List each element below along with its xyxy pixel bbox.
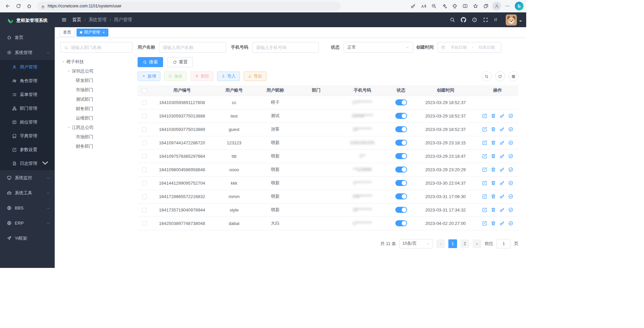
status-toggle[interactable] xyxy=(395,99,407,105)
status-select[interactable]: 正常 xyxy=(344,42,413,53)
tree-node-dept[interactable]: 市场部门 xyxy=(60,85,133,95)
prev-page-button[interactable]: ‹ xyxy=(436,239,445,248)
status-toggle[interactable] xyxy=(395,193,407,199)
sidebar-item-dict-mgmt[interactable]: 字典管理 xyxy=(0,129,55,143)
row-checkbox[interactable] xyxy=(142,194,147,199)
reset-password-icon[interactable] xyxy=(499,207,505,213)
end-date-placeholder[interactable]: 结束日期 xyxy=(476,45,498,50)
sidebar-item-yi-framework[interactable]: Yi框架 xyxy=(0,231,55,246)
tab-user-mgmt[interactable]: 用户管理 × xyxy=(77,29,108,37)
assign-role-icon[interactable] xyxy=(508,153,513,159)
caret-down-icon[interactable] xyxy=(67,69,71,73)
reset-password-icon[interactable] xyxy=(499,180,505,186)
sidebar-item-menu-mgmt[interactable]: 菜单管理 xyxy=(0,88,55,101)
row-checkbox[interactable] xyxy=(142,141,147,145)
tree-node-dept[interactable]: 研发部门 xyxy=(60,76,133,85)
assign-role-icon[interactable] xyxy=(508,113,513,119)
edit-button[interactable]: 修改 xyxy=(164,72,187,81)
reset-password-icon[interactable] xyxy=(499,221,505,226)
refresh-icon[interactable] xyxy=(13,1,23,11)
add-button[interactable]: 新增 xyxy=(138,72,160,81)
fullscreen-icon[interactable] xyxy=(481,15,491,25)
delete-icon[interactable] xyxy=(491,153,496,159)
address-bar[interactable]: https://ccnetcore.com:1101/system/user xyxy=(37,2,341,11)
favorites-icon[interactable] xyxy=(470,1,481,11)
sidebar-group-erp[interactable]: ERP xyxy=(0,216,55,231)
sidebar-group-system-monitor[interactable]: 系统监控 xyxy=(0,170,55,185)
delete-icon[interactable] xyxy=(491,140,496,145)
row-checkbox[interactable] xyxy=(142,208,147,213)
delete-icon[interactable] xyxy=(491,167,496,172)
date-range-picker[interactable]: 开始日期 - 结束日期 xyxy=(438,42,501,53)
reset-password-icon[interactable] xyxy=(499,127,505,132)
edit-icon[interactable] xyxy=(482,180,487,186)
export-button[interactable]: 导出 xyxy=(244,72,266,81)
edit-icon[interactable] xyxy=(482,140,487,145)
back-icon[interactable] xyxy=(3,1,13,11)
status-toggle[interactable] xyxy=(395,207,407,213)
delete-icon[interactable] xyxy=(491,113,496,119)
collapse-sidebar-icon[interactable] xyxy=(59,15,69,25)
tree-node-branch[interactable]: 深圳总公司 xyxy=(60,66,133,76)
shopping-icon[interactable] xyxy=(439,1,449,11)
delete-icon[interactable] xyxy=(491,180,496,186)
select-all-checkbox[interactable] xyxy=(142,88,147,93)
edit-icon[interactable] xyxy=(482,167,487,172)
tree-node-dept[interactable]: 市场部门 xyxy=(60,132,133,142)
row-checkbox[interactable] xyxy=(142,127,147,132)
edit-icon[interactable] xyxy=(482,194,487,199)
assign-role-icon[interactable] xyxy=(508,167,513,172)
sidebar-group-system-tools[interactable]: 系统工具 xyxy=(0,185,55,200)
reset-button[interactable]: 重置 xyxy=(167,57,193,67)
delete-icon[interactable] xyxy=(491,207,496,213)
reset-password-icon[interactable] xyxy=(499,153,505,159)
tree-node-dept[interactable]: 财务部门 xyxy=(60,104,133,113)
font-size-icon[interactable]: tT xyxy=(492,15,502,25)
sidebar-item-user-mgmt[interactable]: 用户管理 xyxy=(0,60,55,74)
bing-icon[interactable]: b xyxy=(515,2,524,10)
browser-menu-icon[interactable] xyxy=(502,1,512,11)
edit-icon[interactable] xyxy=(482,127,487,132)
tree-node-company[interactable]: 橙子科技 xyxy=(60,57,133,66)
search-icon[interactable] xyxy=(447,15,457,25)
reset-password-icon[interactable] xyxy=(499,113,505,119)
sidebar-item-post-mgmt[interactable]: 岗位管理 xyxy=(0,115,55,129)
user-avatar[interactable] xyxy=(506,14,517,26)
assign-role-icon[interactable] xyxy=(508,140,513,145)
extensions-icon[interactable] xyxy=(450,1,460,11)
row-checkbox[interactable] xyxy=(142,181,147,186)
page-button-2[interactable]: 2 xyxy=(460,239,469,248)
status-toggle[interactable] xyxy=(395,180,407,186)
breadcrumb-system-mgmt[interactable]: 系统管理 xyxy=(89,17,107,23)
tree-node-dept[interactable]: 运维部门 xyxy=(60,113,133,123)
collections-icon[interactable] xyxy=(481,1,491,11)
status-toggle[interactable] xyxy=(395,153,407,159)
toggle-search-button[interactable] xyxy=(482,71,492,81)
row-checkbox[interactable] xyxy=(142,168,147,172)
status-toggle[interactable] xyxy=(395,113,407,119)
sidebar-item-param-settings[interactable]: 参数设置 xyxy=(0,143,55,156)
assign-role-icon[interactable] xyxy=(508,207,513,213)
url-text[interactable]: https://ccnetcore.com:1101/system/user xyxy=(48,4,121,8)
help-icon[interactable]: ? xyxy=(469,15,480,25)
goto-page-input[interactable] xyxy=(497,239,511,248)
assign-role-icon[interactable] xyxy=(508,221,513,226)
sidebar-item-dept-mgmt[interactable]: 部门管理 xyxy=(0,101,55,115)
sidebar-group-system-mgmt[interactable]: 系统管理 xyxy=(0,45,55,60)
delete-button[interactable]: 删除 xyxy=(191,72,213,81)
row-checkbox[interactable] xyxy=(142,114,147,119)
reset-password-icon[interactable] xyxy=(499,140,505,145)
sidebar-item-home[interactable]: 首页 xyxy=(0,30,55,45)
status-toggle[interactable] xyxy=(395,167,407,173)
status-toggle[interactable] xyxy=(395,220,407,226)
reset-password-icon[interactable] xyxy=(499,167,505,172)
row-checkbox[interactable] xyxy=(142,154,147,159)
delete-icon[interactable] xyxy=(491,221,496,226)
username-input[interactable] xyxy=(163,45,222,50)
tree-node-branch[interactable]: 江西总公司 xyxy=(60,123,133,132)
status-toggle[interactable] xyxy=(395,140,407,146)
github-icon[interactable] xyxy=(458,15,468,25)
status-toggle[interactable] xyxy=(395,126,407,132)
browser-profile-icon[interactable] xyxy=(492,2,501,10)
tab-home[interactable]: 首页 xyxy=(60,29,75,37)
